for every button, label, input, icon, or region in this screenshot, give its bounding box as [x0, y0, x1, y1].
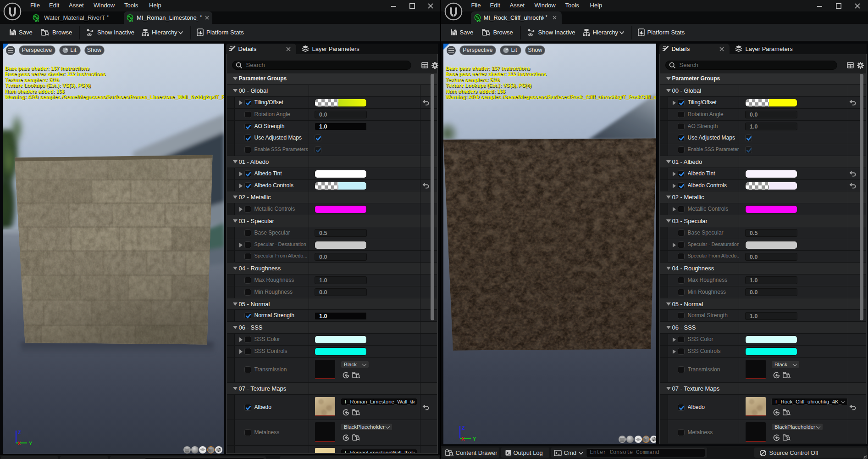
svg-text:X: X — [17, 441, 21, 446]
svg-text:x: x — [38, 19, 39, 22]
svg-text:x: x — [132, 19, 133, 22]
svg-text:Y: Y — [29, 441, 33, 446]
svg-text:x: x — [479, 19, 481, 22]
svg-text:Y: Y — [473, 436, 476, 442]
svg-text:X: X — [461, 436, 465, 442]
svg-text:Z: Z — [18, 430, 21, 435]
svg-text:Z: Z — [462, 425, 465, 431]
